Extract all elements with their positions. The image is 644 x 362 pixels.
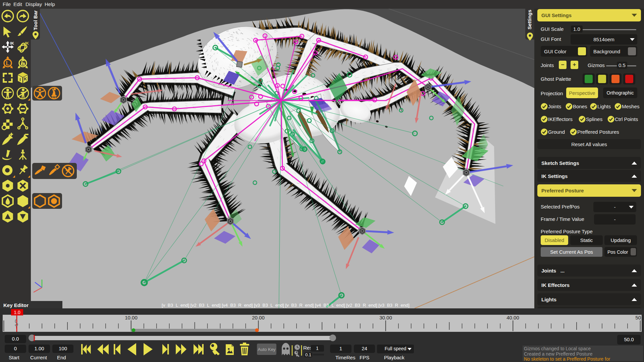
svg-text:IK: IK bbox=[25, 41, 29, 45]
svg-text:1: 1 bbox=[316, 346, 319, 351]
svg-text:Auto Key: Auto Key bbox=[258, 347, 276, 352]
svg-text:0.1: 0.1 bbox=[305, 352, 311, 357]
svg-text:I: I bbox=[19, 77, 21, 82]
svg-text:1.0: 1.0 bbox=[14, 310, 20, 315]
svg-text:40.00: 40.00 bbox=[506, 315, 519, 320]
svg-text:50: 50 bbox=[635, 315, 641, 320]
svg-text:20.00: 20.00 bbox=[252, 315, 265, 320]
svg-text:IK: IK bbox=[10, 41, 14, 45]
svg-text:L: L bbox=[6, 60, 10, 67]
svg-text:K: K bbox=[24, 77, 27, 81]
svg-text:30.00: 30.00 bbox=[379, 315, 392, 320]
svg-text:10.00: 10.00 bbox=[125, 315, 138, 320]
svg-text:Key Editor: Key Editor bbox=[3, 302, 29, 308]
